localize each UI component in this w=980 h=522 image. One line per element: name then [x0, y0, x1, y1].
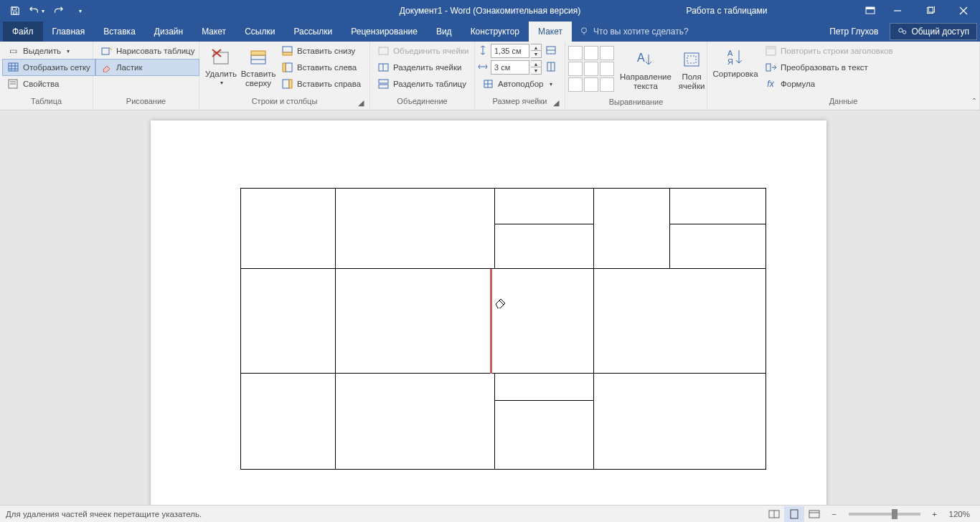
align-bc[interactable] — [584, 77, 598, 92]
tab-mailings[interactable]: Рассылки — [284, 22, 341, 42]
svg-rect-38 — [379, 80, 388, 83]
text-direction-button[interactable]: A Направление текста — [618, 46, 673, 98]
tab-review[interactable]: Рецензирование — [341, 22, 427, 42]
formula-label: Формула — [781, 80, 815, 88]
user-name[interactable]: Петр Глухов — [821, 22, 887, 42]
align-tc[interactable] — [584, 46, 598, 60]
collapse-ribbon-button[interactable]: ˆ — [973, 98, 976, 108]
col-width-input[interactable]: 3 см — [491, 60, 529, 75]
maximize-button[interactable] — [914, 0, 947, 22]
ribbon-options-button[interactable] — [859, 0, 881, 22]
tab-table-design[interactable]: Конструктор — [461, 22, 529, 42]
align-ml[interactable] — [568, 62, 583, 76]
row-height-input[interactable]: 1,35 см — [491, 44, 529, 58]
web-layout-button[interactable] — [804, 506, 824, 522]
zoom-slider[interactable] — [849, 513, 920, 516]
insert-below-button[interactable]: Вставить снизу — [277, 43, 365, 59]
redo-button[interactable] — [47, 1, 69, 21]
minimize-button[interactable] — [881, 0, 914, 22]
share-button[interactable]: Общий доступ — [890, 23, 977, 40]
tab-table-layout[interactable]: Макет — [529, 22, 572, 42]
share-label: Общий доступ — [911, 27, 969, 37]
formula-button[interactable]: fxФормула — [760, 76, 897, 92]
svg-rect-13 — [9, 63, 18, 71]
zoom-out-button[interactable]: − — [824, 506, 844, 522]
properties-icon — [7, 78, 19, 90]
save-button[interactable] — [4, 1, 26, 21]
svg-rect-50 — [684, 53, 699, 66]
align-br[interactable] — [600, 77, 614, 92]
height-up[interactable]: ▲ — [531, 44, 541, 51]
insert-below-label: Вставить снизу — [297, 47, 355, 55]
grid-icon — [7, 62, 19, 73]
svg-line-22 — [109, 47, 112, 50]
svg-rect-21 — [102, 48, 109, 54]
insert-left-icon — [281, 62, 293, 73]
cell-margins-icon — [680, 48, 703, 71]
svg-rect-3 — [866, 7, 875, 9]
align-bl[interactable] — [568, 77, 583, 92]
insert-above-button[interactable]: Вставить сверху — [240, 43, 277, 95]
window-title: Документ1 - Word (Ознакомительная версия… — [0, 6, 980, 16]
insert-above-icon — [247, 45, 270, 68]
status-hint: Для удаления частей ячеек перетащите ука… — [6, 510, 202, 518]
autofit-button[interactable]: Автоподбор▾ — [478, 76, 557, 92]
close-button[interactable] — [947, 0, 980, 22]
tab-references[interactable]: Ссылки — [235, 22, 284, 42]
select-button[interactable]: ▭Выделить▾ — [3, 43, 95, 59]
svg-point-12 — [903, 31, 906, 34]
tab-view[interactable]: Вид — [427, 22, 461, 42]
pencil-table-icon — [100, 45, 112, 57]
convert-to-text-button[interactable]: Преобразовать в текст — [760, 60, 897, 75]
split-cells-button[interactable]: Разделить ячейки — [373, 60, 473, 75]
repeat-header-label: Повторить строки заголовков — [781, 47, 893, 55]
group-label-merge: Объединение — [373, 97, 471, 110]
align-mr[interactable] — [600, 62, 614, 76]
qat-customize[interactable]: ▾ — [69, 1, 90, 21]
group-label-drawing: Рисование — [96, 97, 196, 110]
merge-cells-button: Объединить ячейки — [373, 43, 473, 59]
eraser-label: Ластик — [116, 63, 142, 72]
width-down[interactable]: ▼ — [531, 67, 541, 74]
print-layout-button[interactable] — [784, 506, 804, 522]
insert-right-button[interactable]: Вставить справа — [277, 76, 365, 92]
group-label-rowscols: Строки и столбцы◢ — [202, 97, 367, 110]
cell-margins-button[interactable]: Поля ячейки — [677, 46, 707, 98]
undo-button[interactable]: ▾ — [26, 1, 47, 21]
delete-button[interactable]: Удалить▾ — [202, 43, 240, 95]
distribute-rows-icon[interactable] — [546, 45, 557, 57]
sort-button[interactable]: АЯ Сортировка — [710, 43, 760, 95]
align-tl[interactable] — [568, 46, 583, 60]
document-table[interactable] — [240, 188, 766, 470]
eraser-button[interactable]: Ластик — [96, 60, 199, 75]
view-gridlines-button[interactable]: Отобразить сетку — [3, 60, 95, 75]
delete-icon — [209, 45, 232, 68]
svg-rect-28 — [251, 51, 265, 55]
zoom-in-button[interactable]: + — [925, 506, 945, 522]
align-mc[interactable] — [584, 62, 598, 76]
properties-button[interactable]: Свойства — [3, 76, 95, 92]
dialog-launcher[interactable]: ◢ — [552, 98, 560, 107]
tab-file[interactable]: Файл — [3, 22, 43, 42]
distribute-cols-icon[interactable] — [546, 62, 557, 73]
split-label: Разделить ячейки — [393, 63, 461, 72]
document-area[interactable] — [0, 110, 980, 505]
insert-left-button[interactable]: Вставить слева — [277, 60, 365, 75]
read-mode-button[interactable] — [764, 506, 784, 522]
tab-layout[interactable]: Макет — [192, 22, 235, 42]
svg-rect-32 — [283, 63, 286, 72]
autofit-icon — [482, 78, 494, 90]
height-down[interactable]: ▼ — [531, 51, 541, 57]
width-up[interactable]: ▲ — [531, 61, 541, 67]
align-tr[interactable] — [600, 46, 614, 60]
group-label-data: Данные — [710, 97, 976, 110]
split-table-button[interactable]: Разделить таблицу — [373, 76, 473, 92]
tell-me-search[interactable]: Что вы хотите сделать? — [572, 22, 696, 42]
tab-design[interactable]: Дизайн — [145, 22, 192, 42]
tab-home[interactable]: Главная — [43, 22, 95, 42]
tab-insert[interactable]: Вставка — [94, 22, 145, 42]
dialog-launcher[interactable]: ◢ — [357, 98, 365, 107]
zoom-thumb[interactable] — [892, 509, 897, 519]
draw-table-button[interactable]: Нарисовать таблицу — [96, 43, 199, 59]
zoom-level[interactable]: 120% — [945, 510, 974, 518]
